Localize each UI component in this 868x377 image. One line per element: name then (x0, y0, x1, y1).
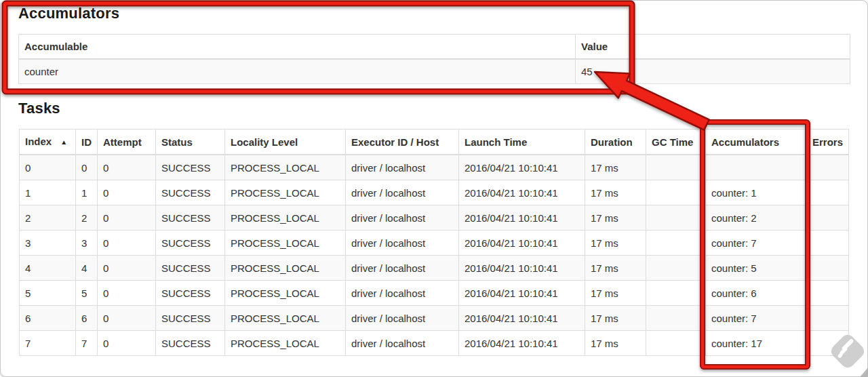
table-cell: SUCCESS (156, 281, 225, 306)
table-cell: 2016/04/21 10:10:41 (459, 281, 585, 306)
table-cell: counter: 6 (706, 281, 807, 306)
table-cell (646, 180, 706, 205)
table-cell: 3 (76, 231, 98, 256)
column-header-launch-time[interactable]: Launch Time (459, 130, 585, 155)
table-header-row: Accumulable Value (19, 35, 850, 60)
table-cell: 7 (20, 331, 76, 356)
table-cell: SUCCESS (156, 306, 225, 331)
accumulators-heading: Accumulators (18, 5, 119, 22)
table-cell: counter: 1 (706, 180, 807, 205)
table-cell: 2016/04/21 10:10:41 (459, 231, 585, 256)
table-cell: counter: 5 (706, 256, 807, 281)
table-cell: counter: 7 (706, 306, 807, 331)
table-cell: PROCESS_LOCAL (225, 180, 346, 205)
table-cell: 0 (98, 155, 156, 180)
table-cell: PROCESS_LOCAL (225, 331, 346, 356)
table-cell: 2016/04/21 10:10:41 (459, 306, 585, 331)
table-cell: 0 (98, 306, 156, 331)
table-cell (646, 155, 706, 180)
table-cell: 0 (98, 231, 156, 256)
table-row: 000SUCCESSPROCESS_LOCALdriver / localhos… (20, 155, 849, 180)
table-cell: 0 (76, 155, 98, 180)
column-header-accumulators[interactable]: Accumulators (706, 130, 807, 155)
table-cell: 17 ms (585, 281, 646, 306)
table-cell (646, 231, 706, 256)
table-cell: 0 (20, 155, 76, 180)
table-cell (646, 281, 706, 306)
table-row: counter45 (19, 59, 850, 84)
table-cell: driver / localhost (346, 331, 459, 356)
table-cell (646, 306, 706, 331)
tasks-heading: Tasks (18, 100, 60, 117)
tasks-header-row: Index▲IDAttemptStatusLocality LevelExecu… (20, 130, 849, 155)
table-cell: 1 (20, 180, 76, 205)
table-cell: 5 (20, 281, 76, 306)
table-cell: SUCCESS (156, 155, 225, 180)
table-cell: driver / localhost (346, 256, 459, 281)
column-header-value[interactable]: Value (576, 35, 850, 60)
column-header-attempt[interactable]: Attempt (98, 130, 156, 155)
table-cell: counter: 7 (706, 231, 807, 256)
column-header-executor-id-host[interactable]: Executor ID / Host (346, 130, 459, 155)
table-cell: PROCESS_LOCAL (225, 155, 346, 180)
table-cell: 17 ms (585, 205, 646, 231)
table-cell: 2016/04/21 10:10:41 (459, 256, 585, 281)
table-row: 220SUCCESSPROCESS_LOCALdriver / localhos… (20, 205, 849, 231)
column-header-index[interactable]: Index▲ (20, 130, 76, 155)
table-cell: driver / localhost (346, 155, 459, 180)
table-cell (646, 256, 706, 281)
table-cell: driver / localhost (346, 231, 459, 256)
table-cell (807, 155, 849, 180)
table-cell: driver / localhost (346, 180, 459, 205)
table-cell: 0 (98, 331, 156, 356)
table-cell: 3 (20, 231, 76, 256)
table-cell: driver / localhost (346, 281, 459, 306)
table-cell: SUCCESS (156, 231, 225, 256)
accumulators-table: Accumulable Value counter45 (18, 34, 850, 84)
table-cell: SUCCESS (156, 256, 225, 281)
table-cell: 2016/04/21 10:10:41 (459, 180, 585, 205)
table-cell: 45 (576, 59, 850, 84)
table-cell (807, 205, 849, 231)
table-row: 110SUCCESSPROCESS_LOCALdriver / localhos… (20, 180, 849, 205)
table-cell: counter (19, 59, 576, 84)
column-header-status[interactable]: Status (156, 130, 225, 155)
table-cell (807, 281, 849, 306)
table-cell: PROCESS_LOCAL (225, 306, 346, 331)
table-cell: 2016/04/21 10:10:41 (459, 331, 585, 356)
table-row: 770SUCCESSPROCESS_LOCALdriver / localhos… (20, 331, 849, 356)
tasks-table-body: 000SUCCESSPROCESS_LOCALdriver / localhos… (20, 155, 849, 356)
column-header-gc-time[interactable]: GC Time (646, 130, 706, 155)
table-cell: 17 ms (585, 331, 646, 356)
table-cell (807, 331, 849, 356)
table-cell: 0 (98, 180, 156, 205)
sort-ascending-icon: ▲ (60, 138, 67, 146)
table-cell (706, 155, 807, 180)
table-cell: 2016/04/21 10:10:41 (459, 155, 585, 180)
column-header-locality-level[interactable]: Locality Level (225, 130, 346, 155)
table-row: 660SUCCESSPROCESS_LOCALdriver / localhos… (20, 306, 849, 331)
accumulators-table-body: counter45 (19, 59, 850, 84)
table-cell: 0 (98, 281, 156, 306)
column-header-errors[interactable]: Errors (807, 130, 849, 155)
table-cell: 2016/04/21 10:10:41 (459, 205, 585, 231)
table-cell: 2 (20, 205, 76, 231)
table-cell: driver / localhost (346, 205, 459, 231)
table-row: 550SUCCESSPROCESS_LOCALdriver / localhos… (20, 281, 849, 306)
column-header-id[interactable]: ID (76, 130, 98, 155)
table-cell: counter: 17 (706, 331, 807, 356)
table-cell: SUCCESS (156, 205, 225, 231)
table-cell: 7 (76, 331, 98, 356)
column-header-duration[interactable]: Duration (585, 130, 646, 155)
table-cell: PROCESS_LOCAL (225, 281, 346, 306)
table-cell: PROCESS_LOCAL (225, 205, 346, 231)
table-cell (807, 231, 849, 256)
table-cell: 4 (76, 256, 98, 281)
table-cell: SUCCESS (156, 331, 225, 356)
table-cell: 0 (98, 205, 156, 231)
table-cell (807, 180, 849, 205)
column-header-accumulable[interactable]: Accumulable (19, 35, 576, 60)
table-cell (807, 256, 849, 281)
table-cell: 4 (20, 256, 76, 281)
table-cell: PROCESS_LOCAL (225, 231, 346, 256)
